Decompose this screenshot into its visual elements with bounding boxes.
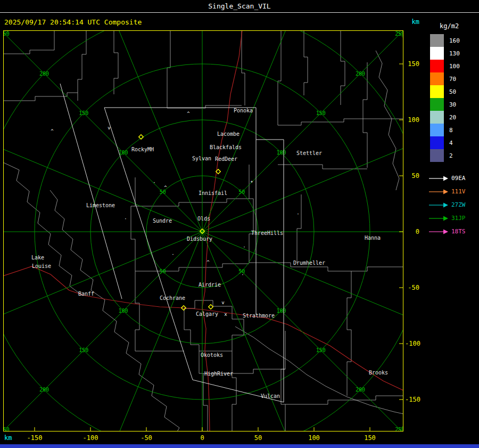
city-label: RedDeer <box>215 156 237 162</box>
x-axis-tick-label: -50 <box>141 434 152 442</box>
window-title-bar: Single_Scan_VIL <box>0 0 479 13</box>
colorbar-entry: 160 <box>429 34 479 47</box>
city-label: Stettler <box>296 150 322 156</box>
colorbar-entry: 30 <box>429 98 479 111</box>
range-ring-label: 250 <box>395 31 403 37</box>
point-marker: · <box>296 211 299 217</box>
range-ring-label: 50 <box>238 189 245 195</box>
range-spoke <box>3 109 202 232</box>
range-ring-label: 200 <box>356 387 365 393</box>
city-label: ThreeHills <box>251 230 283 236</box>
range-ring-label: 200 <box>39 71 49 77</box>
city-label: Banff <box>78 291 94 297</box>
colorbar-value-label: 130 <box>449 50 460 57</box>
timestamp-label: 2025/09/17 20:54:14 UTC Composite <box>4 18 142 26</box>
city-label: Limestone <box>86 202 115 208</box>
point-marker: · <box>241 272 244 278</box>
y-axis-unit-label: km <box>403 18 419 26</box>
city-label: Cochrane <box>160 295 185 301</box>
range-ring-label: 100 <box>276 150 286 156</box>
colorbar-value-label: 70 <box>449 76 456 83</box>
range-ring-label: 150 <box>316 110 326 116</box>
range-ring-label: 100 <box>276 308 286 314</box>
range-ring-label: 100 <box>118 308 128 314</box>
radar-arrow-icon <box>429 229 448 235</box>
range-spoke <box>3 232 202 431</box>
colorbar-entry: 2 <box>429 149 479 162</box>
point-marker: ^ <box>51 128 54 134</box>
radar-id-label: 31JP <box>451 215 466 222</box>
radar-arrow-icon <box>429 215 448 222</box>
arrow-head <box>443 176 448 181</box>
y-axis-tick-label: 150 <box>405 60 419 68</box>
colorbar-value-label: 30 <box>449 101 456 108</box>
colorbar-value-label: 2 <box>449 152 453 159</box>
range-ring-label: 200 <box>356 71 365 77</box>
colorbar-entry: 8 <box>429 124 479 136</box>
x-axis-tick-label: 0 <box>200 434 204 442</box>
range-spoke <box>202 232 403 354</box>
colorbar-swatch <box>430 111 444 124</box>
range-ring-label: 50 <box>160 268 166 274</box>
city-label: Olds <box>197 216 210 222</box>
county-boundary <box>297 194 301 263</box>
point-marker: x <box>224 312 227 317</box>
city-label: Ponoka <box>234 108 253 113</box>
county-boundary <box>135 199 249 206</box>
legend-radar-row: 18TS <box>429 225 479 238</box>
arrow-head <box>443 202 448 207</box>
radar-id-label: 18TS <box>451 228 466 235</box>
city-label: HighRiver <box>204 371 233 377</box>
radar-map-container[interactable]: 5050505010010010010015015015015020020020… <box>3 30 403 431</box>
colorbar-swatch <box>430 149 444 162</box>
colorbar-swatch <box>430 47 444 60</box>
colorbar-swatch <box>430 60 444 72</box>
county-boundary <box>278 119 403 125</box>
colorbar-entry: 20 <box>429 111 479 124</box>
county-boundary <box>135 264 249 271</box>
range-ring-label: 250 <box>3 31 10 37</box>
x-axis-unit-label: km <box>4 434 12 442</box>
city-label: Vulcan <box>261 393 280 399</box>
range-ring-label: 150 <box>316 347 326 353</box>
point-marker: · <box>243 245 245 250</box>
status-bar <box>0 444 479 448</box>
sidebar: kg/m2 16013010070503020842 09EA111V27ZW3… <box>429 22 479 238</box>
city-label: Didsbury <box>187 236 212 242</box>
colorbar-value-label: 8 <box>449 127 453 134</box>
radar-arrow-icon <box>429 202 448 208</box>
x-axis-tick-label: -150 <box>27 434 43 442</box>
point-marker: ^ <box>164 185 167 190</box>
colorbar-entry: 130 <box>429 47 479 60</box>
colorbar-entry: 100 <box>429 60 479 72</box>
colorbar-entry: 4 <box>429 136 479 149</box>
colorbar-swatch <box>430 124 444 136</box>
arrow-head <box>443 189 448 194</box>
radar-map[interactable]: 5050505010010010010015015015015020020020… <box>3 30 403 431</box>
county-boundary <box>278 165 367 169</box>
y-axis-tick-label: -150 <box>405 396 419 403</box>
radar-id-label: 09EA <box>451 175 466 182</box>
scan-area-outline <box>60 84 122 299</box>
x-axis-tick-label: -100 <box>83 434 98 442</box>
colorbar-swatch <box>430 98 444 111</box>
point-marker: ^ <box>187 111 190 116</box>
city-label: RockyMH <box>131 146 154 152</box>
range-spoke <box>80 30 202 232</box>
point-marker: v <box>221 300 224 305</box>
range-ring-label: 150 <box>79 110 88 116</box>
county-boundary <box>3 30 54 54</box>
county-boundary <box>285 396 403 404</box>
arrow-head <box>443 229 448 234</box>
colorbar-value-label: 20 <box>449 114 456 121</box>
county-boundary <box>304 30 308 95</box>
radar-arrow-icon <box>429 175 448 182</box>
point-marker: v <box>108 125 110 131</box>
arrow-head <box>443 216 448 221</box>
colorbar: 16013010070503020842 <box>429 34 479 162</box>
city-label: Sundre <box>153 218 172 224</box>
county-boundary <box>281 331 285 431</box>
range-spoke <box>3 30 202 232</box>
city-label: Lacombe <box>217 131 240 137</box>
city-label: Innisfail <box>199 190 227 196</box>
